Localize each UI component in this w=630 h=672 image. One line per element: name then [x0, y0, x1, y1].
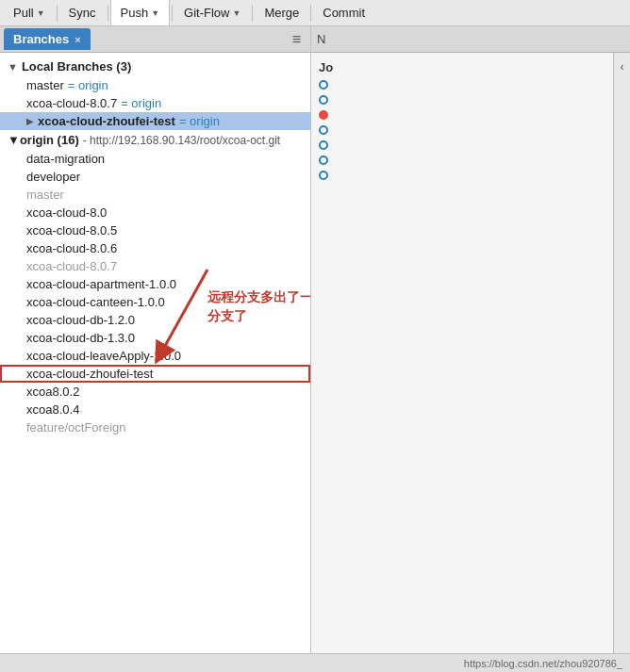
branch-item-xcoa-cloud-leaveapply[interactable]: xcoa-cloud-leaveApply-1.0.0 [0, 347, 310, 365]
branches-tab-close[interactable]: × [75, 34, 80, 45]
sync-label: Sync [69, 6, 96, 20]
push-label: Push [121, 6, 149, 20]
branch-name-xcoa-cloud-807: xcoa-cloud-8.0.7 [26, 96, 117, 110]
branch-name-xcoa-cloud-canteen: xcoa-cloud-canteen-1.0.0 [26, 295, 165, 309]
origin-toggle-icon: ▼ [8, 133, 20, 147]
right-content: Jo [311, 53, 613, 653]
branch-name-xcoa-cloud-leaveapply: xcoa-cloud-leaveApply-1.0.0 [26, 349, 181, 363]
tab-bar: Branches × ≡ [0, 26, 310, 53]
branch-name-data-migration: data-migration [26, 152, 105, 166]
branch-item-origin-xcoa-cloud-807[interactable]: xcoa-cloud-8.0.7 [0, 257, 310, 275]
branch-item-xcoa804[interactable]: xcoa8.0.4 [0, 401, 310, 418]
branch-item-xcoa-cloud-zhoufei-test[interactable]: ▶ xcoa-cloud-zhoufei-test = origin [0, 112, 310, 130]
graph-label: Jo [319, 60, 605, 74]
branches-panel: Branches × ≡ ▼ Local Branches (3) master… [0, 26, 311, 653]
branch-name-xcoa804: xcoa8.0.4 [26, 402, 79, 417]
graph-row-1 [319, 80, 605, 90]
branch-name-xcoa-cloud-805: xcoa-cloud-8.0.5 [26, 223, 117, 238]
branch-item-origin-master[interactable]: master [0, 186, 310, 204]
branch-item-xcoa-cloud-canteen[interactable]: xcoa-cloud-canteen-1.0.0 [0, 293, 310, 311]
graph-dot-4 [319, 125, 328, 135]
local-branches-label: Local Branches (3) [22, 59, 131, 74]
branch-item-xcoa-cloud-db-120[interactable]: xcoa-cloud-db-1.2.0 [0, 311, 310, 329]
branch-origin-master: = origin [68, 78, 108, 92]
branch-origin-xcoa-cloud-807: = origin [121, 96, 161, 110]
graph-dot-3 [319, 110, 328, 120]
sep-5 [310, 5, 311, 22]
sep-3 [172, 5, 173, 22]
collapse-right-button[interactable]: ‹ [619, 57, 626, 77]
branch-name-master: master [26, 78, 64, 92]
graph-dot-5 [319, 140, 328, 150]
graph-dot-6 [319, 156, 328, 165]
branch-name-xcoa802: xcoa8.0.2 [26, 385, 79, 399]
branches-tab-label: Branches [13, 32, 69, 46]
graph-dot-7 [319, 171, 328, 180]
origin-section-header[interactable]: ▼ origin (16) - http://192.168.90.143/ro… [0, 130, 310, 150]
status-bar: https://blog.csdn.net/zhou920786_ [0, 653, 630, 672]
branch-active-icon: ▶ [26, 116, 34, 126]
right-panel-label: N [317, 32, 325, 46]
merge-label: Merge [264, 6, 299, 20]
branches-tab[interactable]: Branches × [4, 28, 91, 50]
graph-row-5 [319, 140, 605, 150]
branch-item-origin-zhoufei-test[interactable]: xcoa-cloud-zhoufei-test [0, 365, 310, 383]
push-button[interactable]: Push ▼ [110, 0, 171, 25]
origin-label: origin (16) [20, 133, 79, 147]
branch-name-origin-zhoufei-test: xcoa-cloud-zhoufei-test [26, 367, 153, 381]
local-branches-header[interactable]: ▼ Local Branches (3) [0, 57, 310, 76]
right-panel: N Jo [311, 26, 630, 653]
branch-name-origin-master: master [26, 188, 64, 202]
right-sidebar: ‹ [613, 53, 630, 653]
pull-dropdown-icon: ▼ [37, 8, 45, 18]
branch-tree: ▼ Local Branches (3) master = origin xco… [0, 53, 310, 440]
gitflow-label: Git-Flow [184, 6, 229, 20]
branch-name-xcoa-cloud-806: xcoa-cloud-8.0.6 [26, 241, 117, 255]
graph-area [319, 80, 605, 180]
graph-dot-2 [319, 95, 328, 105]
branch-name-zhoufei-test: xcoa-cloud-zhoufei-test [38, 114, 175, 128]
branch-item-xcoa-cloud-806[interactable]: xcoa-cloud-8.0.6 [0, 239, 310, 257]
toolbar: Pull ▼ Sync Push ▼ Git-Flow ▼ Merge Comm… [0, 0, 630, 26]
branch-item-master[interactable]: master = origin [0, 76, 310, 94]
branch-name-xcoa-cloud-apartment: xcoa-cloud-apartment-1.0.0 [26, 277, 176, 291]
tab-menu-icon[interactable]: ≡ [287, 31, 307, 48]
pull-button[interactable]: Pull ▼ [4, 0, 55, 25]
branch-item-data-migration[interactable]: data-migration [0, 150, 310, 168]
commit-label: Commit [323, 6, 365, 20]
graph-row-7 [319, 171, 605, 180]
merge-button[interactable]: Merge [255, 0, 308, 25]
branch-name-xcoa-cloud-db-120: xcoa-cloud-db-1.2.0 [26, 313, 135, 327]
sync-button[interactable]: Sync [59, 0, 106, 25]
branch-item-xcoa802[interactable]: xcoa8.0.2 [0, 383, 310, 401]
origin-url: - http://192.168.90.143/root/xcoa-oct.gi… [83, 134, 280, 147]
branch-name-origin-xcoa-cloud-807: xcoa-cloud-8.0.7 [26, 259, 117, 273]
graph-row-4 [319, 125, 605, 135]
branch-name-xcoa-cloud-80: xcoa-cloud-8.0 [26, 205, 107, 220]
main-area: Branches × ≡ ▼ Local Branches (3) master… [0, 26, 630, 653]
branch-item-xcoa-cloud-807[interactable]: xcoa-cloud-8.0.7 = origin [0, 94, 310, 112]
graph-row-6 [319, 156, 605, 165]
right-top-bar: N [311, 26, 630, 53]
sep-2 [108, 5, 108, 22]
right-main: Jo [311, 53, 630, 653]
local-toggle-icon: ▼ [8, 61, 18, 73]
branch-item-xcoa-cloud-apartment[interactable]: xcoa-cloud-apartment-1.0.0 [0, 275, 310, 293]
branch-item-xcoa-cloud-db-130[interactable]: xcoa-cloud-db-1.3.0 [0, 329, 310, 347]
graph-row-3 [319, 110, 605, 120]
commit-button[interactable]: Commit [313, 0, 374, 25]
sep-4 [252, 5, 253, 22]
branch-name-feature-octforeign: feature/octForeign [26, 420, 126, 434]
branch-item-feature-octforeign[interactable]: feature/octForeign [0, 418, 310, 436]
pull-label: Pull [13, 6, 34, 20]
gitflow-dropdown-icon: ▼ [232, 8, 240, 18]
branch-origin-zhoufei-test: = origin [179, 114, 220, 128]
sep-1 [57, 5, 58, 22]
gitflow-button[interactable]: Git-Flow ▼ [174, 0, 250, 25]
branch-item-xcoa-cloud-805[interactable]: xcoa-cloud-8.0.5 [0, 221, 310, 239]
branch-item-developer[interactable]: developer [0, 168, 310, 186]
branch-item-xcoa-cloud-80[interactable]: xcoa-cloud-8.0 [0, 204, 310, 221]
status-url: https://blog.csdn.net/zhou920786_ [464, 658, 622, 669]
push-dropdown-icon: ▼ [151, 8, 159, 18]
branch-name-developer: developer [26, 170, 80, 184]
